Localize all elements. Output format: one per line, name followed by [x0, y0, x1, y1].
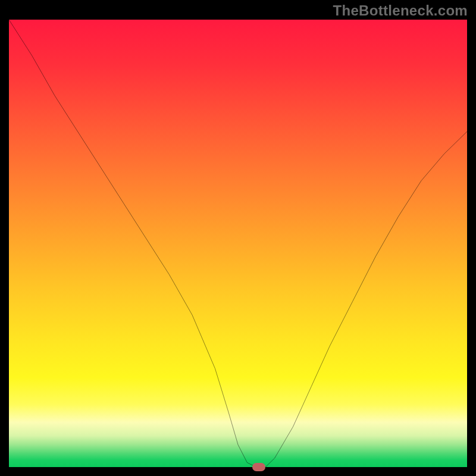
bottleneck-curve: [9, 20, 467, 467]
chart-frame: TheBottleneck.com: [0, 0, 476, 476]
optimal-point-marker: [252, 463, 265, 471]
watermark-text: TheBottleneck.com: [333, 2, 468, 19]
plot-area: [9, 20, 467, 467]
